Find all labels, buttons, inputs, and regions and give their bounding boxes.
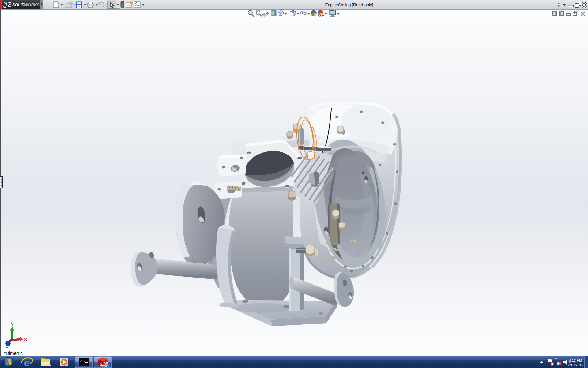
svg-text:WORKS: WORKS [24,2,40,7]
svg-text:C:\: C:\ [80,360,85,363]
svg-text:EngineCasing [Read-only]: EngineCasing [Read-only] [325,2,373,7]
svg-text:7/13/2015: 7/13/2015 [567,363,583,367]
svg-text:4:12 PM: 4:12 PM [569,358,582,362]
svg-text:*Dimetric: *Dimetric [4,351,23,356]
svg-text:SOLID: SOLID [12,2,24,7]
svg-text:2015: 2015 [102,364,109,368]
svg-text:?: ? [557,2,561,8]
